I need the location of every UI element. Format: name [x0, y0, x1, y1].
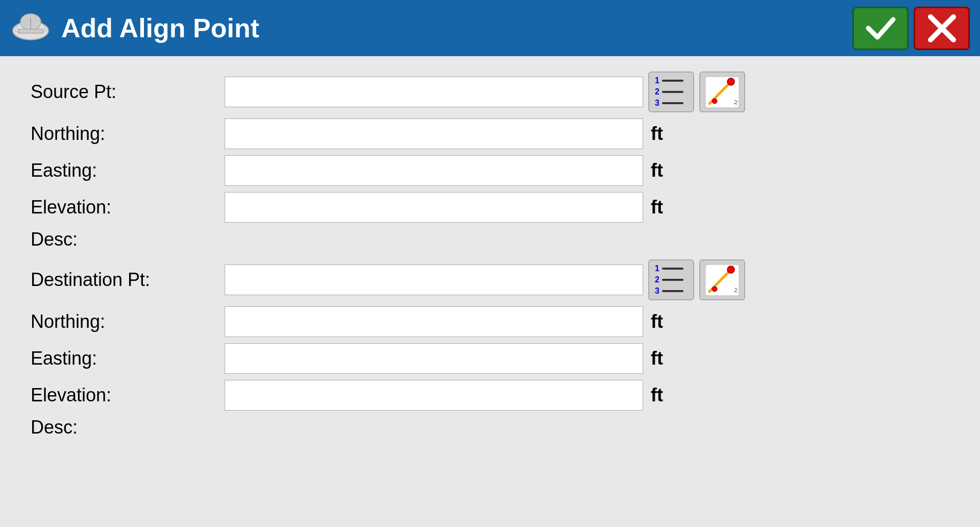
- dest-list-icon: 1 2 3: [649, 260, 693, 299]
- northing-unit: ft: [651, 123, 681, 145]
- elevation-unit: ft: [651, 197, 681, 218]
- ok-button[interactable]: [852, 7, 909, 50]
- northing2-input[interactable]: [225, 306, 643, 337]
- hardhat-icon: [10, 8, 51, 49]
- elevation-label: Elevation:: [31, 197, 225, 218]
- destination-pt-target-button[interactable]: [699, 259, 745, 300]
- elevation2-row: Elevation: ft: [31, 380, 949, 411]
- elevation2-input[interactable]: [225, 380, 643, 411]
- easting2-row: Easting: ft: [31, 343, 949, 374]
- easting-label: Easting:: [31, 160, 225, 181]
- svg-point-15: [712, 286, 717, 292]
- desc2-label: Desc:: [31, 417, 225, 438]
- source-pt-label: Source Pt:: [31, 81, 225, 103]
- list-icon: 1 2 3: [649, 73, 693, 111]
- desc-label: Desc:: [31, 229, 225, 250]
- dialog-header: Add Align Point: [0, 0, 980, 56]
- easting2-unit: ft: [651, 348, 681, 369]
- easting2-input[interactable]: [225, 343, 643, 374]
- dialog-title: Add Align Point: [61, 13, 852, 43]
- dest-target-icon: [704, 264, 740, 297]
- svg-point-9: [712, 99, 717, 104]
- destination-pt-list-button[interactable]: 1 2 3: [648, 259, 694, 300]
- northing2-unit: ft: [651, 311, 681, 332]
- desc2-row: Desc:: [31, 417, 949, 438]
- cancel-button[interactable]: [914, 7, 970, 50]
- elevation2-label: Elevation:: [31, 385, 225, 406]
- elevation2-unit: ft: [651, 385, 681, 406]
- northing-label: Northing:: [31, 123, 225, 145]
- target-icon: [704, 76, 740, 109]
- svg-point-14: [727, 266, 734, 273]
- easting-row: Easting: ft: [31, 155, 949, 186]
- elevation-input[interactable]: [225, 192, 643, 223]
- destination-pt-label: Destination Pt:: [31, 269, 225, 291]
- svg-point-8: [727, 78, 734, 85]
- source-pt-row: Source Pt: 1 2 3: [31, 71, 949, 112]
- source-pt-input[interactable]: [225, 77, 643, 107]
- destination-pt-input[interactable]: [225, 265, 643, 295]
- northing-row: Northing: ft: [31, 118, 949, 149]
- northing-input[interactable]: [225, 118, 643, 149]
- checkmark-icon: [864, 12, 897, 45]
- elevation-row: Elevation: ft: [31, 192, 949, 223]
- easting2-label: Easting:: [31, 348, 225, 369]
- easting-input[interactable]: [225, 155, 643, 186]
- destination-pt-row: Destination Pt: 1 2 3: [31, 259, 949, 300]
- main-form: Source Pt: 1 2 3: [0, 56, 980, 527]
- northing2-label: Northing:: [31, 311, 225, 332]
- source-pt-target-button[interactable]: [699, 71, 745, 112]
- easting-unit: ft: [651, 160, 681, 181]
- northing2-row: Northing: ft: [31, 306, 949, 337]
- source-pt-list-button[interactable]: 1 2 3: [648, 71, 694, 112]
- x-icon: [925, 12, 959, 45]
- desc-row: Desc:: [31, 229, 949, 250]
